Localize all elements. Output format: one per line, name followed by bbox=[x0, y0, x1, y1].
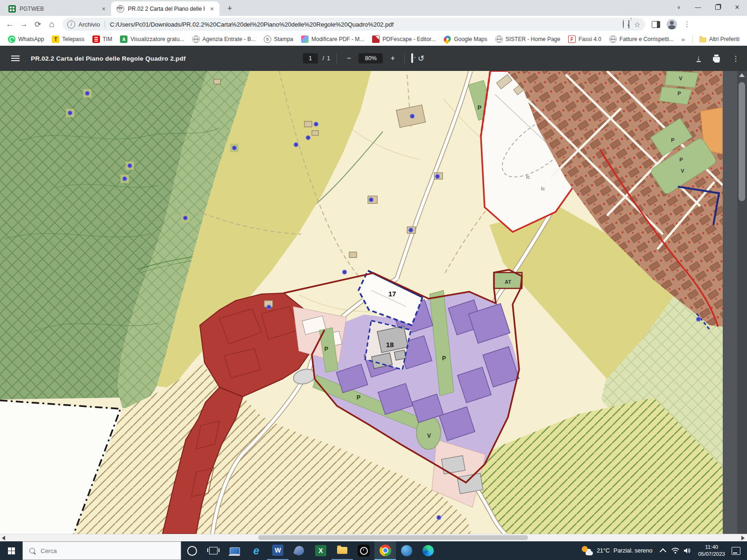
parking-label: P bbox=[679, 157, 683, 162]
globe-favicon-icon bbox=[117, 5, 124, 13]
bookmark-pdfescape[interactable]: PDFescape - Editor... bbox=[372, 35, 436, 43]
close-tab-icon[interactable]: × bbox=[100, 5, 107, 13]
cortana-button[interactable] bbox=[181, 541, 203, 560]
zoom-level-input[interactable]: 80% bbox=[359, 53, 383, 63]
excel-button[interactable]: X bbox=[310, 541, 331, 560]
bookmark-telepass[interactable]: TTelepass bbox=[52, 35, 84, 43]
pdf-map-page[interactable]: 17 18 AT P Ic Ic P P P V V P P P V bbox=[0, 71, 723, 534]
reload-button[interactable]: ⟳ bbox=[31, 20, 45, 29]
blue-app-button[interactable] bbox=[396, 541, 417, 560]
excel-icon: X bbox=[315, 545, 326, 556]
new-tab-button[interactable]: + bbox=[223, 2, 236, 15]
zone-label-ic: Ic bbox=[526, 174, 530, 180]
dark-app-button[interactable] bbox=[353, 541, 374, 560]
globe-icon bbox=[192, 35, 200, 43]
bookmark-sister[interactable]: SISTER - Home Page bbox=[495, 35, 560, 43]
zoom-in-button[interactable]: + bbox=[388, 54, 398, 63]
bookmarks-overflow-chevron[interactable]: » bbox=[681, 36, 684, 43]
taskbar-clock[interactable]: 11:40 05/07/2023 bbox=[693, 544, 730, 558]
bookmark-visualizzatore[interactable]: AVisualizzatore gratu... bbox=[120, 35, 184, 43]
start-button[interactable] bbox=[0, 541, 22, 560]
wifi-button[interactable] bbox=[669, 547, 681, 554]
tab-search-chevron-icon[interactable]: ∨ bbox=[669, 5, 688, 10]
task-view-icon bbox=[209, 547, 218, 554]
browser-menu-icon[interactable]: ⋮ bbox=[684, 20, 691, 28]
restore-button[interactable] bbox=[708, 5, 727, 10]
tab-pgtweb[interactable]: PGTWEB × bbox=[3, 1, 111, 16]
bookmark-fatture[interactable]: Fatture e Corrispetti... bbox=[609, 35, 674, 43]
page-number-input[interactable]: 1 bbox=[303, 53, 318, 63]
weather-widget[interactable]: 21°C Parzial. sereno bbox=[576, 546, 657, 556]
edge-button[interactable] bbox=[417, 541, 439, 560]
pdf-page-controls: 1 /1 − 80% + ↻ bbox=[303, 46, 425, 71]
zoning-map-canvas[interactable]: 17 18 AT P Ic Ic P P P V V P P P V bbox=[0, 71, 723, 534]
bookmark-stampa[interactable]: SStampa bbox=[264, 35, 293, 43]
bookmark-google-maps[interactable]: Google Maps bbox=[444, 36, 487, 42]
word-button[interactable]: W bbox=[267, 541, 289, 560]
share-icon[interactable] bbox=[628, 20, 629, 28]
print-icon[interactable] bbox=[713, 57, 720, 61]
vertical-scrollbar-thumb[interactable] bbox=[739, 82, 745, 201]
blue-app-icon bbox=[401, 545, 412, 556]
bookmark-label: TIM bbox=[103, 36, 113, 42]
url-text[interactable]: C:/Users/Pc01/Downloads/PR.02.2%20Carta%… bbox=[110, 21, 618, 28]
download-icon[interactable]: ↓ bbox=[697, 55, 701, 62]
side-panel-icon[interactable] bbox=[652, 21, 660, 28]
tray-expand-button[interactable] bbox=[657, 547, 669, 554]
chrome-button[interactable] bbox=[374, 541, 396, 560]
parking-label: P bbox=[677, 91, 681, 96]
internet-explorer-button[interactable]: e bbox=[246, 541, 267, 560]
zoom-indicator-icon[interactable] bbox=[623, 20, 624, 28]
globe-icon bbox=[609, 35, 617, 43]
scroll-right-arrow-icon[interactable] bbox=[741, 536, 745, 540]
tab-pdf-active[interactable]: PR.02 2 Carta del Piano delle Re × bbox=[111, 1, 219, 16]
bookmarks-right: » Altri Preferiti bbox=[674, 35, 740, 43]
bookmarks-bar: WhatsApp TTelepass TIM AVisualizzatore g… bbox=[0, 33, 747, 46]
zone-label-ic: Ic bbox=[541, 186, 545, 191]
internet-explorer-icon: e bbox=[254, 546, 260, 555]
close-window-button[interactable]: ✕ bbox=[727, 4, 747, 11]
bookmark-star-icon[interactable]: ☆ bbox=[634, 20, 641, 29]
fit-page-button[interactable] bbox=[411, 54, 413, 63]
weather-icon bbox=[581, 546, 593, 556]
close-tab-icon[interactable]: × bbox=[208, 5, 216, 13]
scroll-up-arrow-icon[interactable] bbox=[739, 73, 745, 77]
forward-button[interactable]: → bbox=[17, 20, 31, 29]
speaker-icon bbox=[684, 547, 691, 554]
address-bar[interactable]: i Archivio C:/Users/Pc01/Downloads/PR.02… bbox=[63, 18, 645, 31]
pdf-editor-icon bbox=[301, 35, 309, 43]
pdf-menu-icon[interactable] bbox=[11, 56, 20, 57]
rotate-button[interactable]: ↻ bbox=[418, 54, 424, 63]
tab-title: PR.02 2 Carta del Piano delle Re bbox=[128, 6, 204, 12]
bookmark-fassi[interactable]: FFassi 4.0 bbox=[568, 35, 601, 43]
bookmark-whatsapp[interactable]: WhatsApp bbox=[8, 35, 44, 43]
other-bookmarks-folder[interactable]: Altri Preferiti bbox=[699, 36, 740, 42]
bookmark-tim[interactable]: TIM bbox=[92, 35, 113, 43]
taskbar-search[interactable] bbox=[22, 541, 181, 560]
page-info-icon[interactable]: i bbox=[67, 21, 75, 28]
volume-button[interactable] bbox=[681, 547, 693, 554]
horizontal-scrollbar-thumb[interactable] bbox=[258, 535, 528, 540]
task-view-button[interactable] bbox=[203, 541, 224, 560]
scroll-left-arrow-icon[interactable] bbox=[2, 536, 5, 540]
action-center-icon[interactable] bbox=[732, 547, 740, 555]
tim-icon bbox=[92, 35, 100, 43]
bookmark-label: Google Maps bbox=[454, 36, 487, 42]
profile-avatar[interactable] bbox=[667, 19, 677, 29]
this-pc-button[interactable] bbox=[224, 541, 246, 560]
minimize-button[interactable]: — bbox=[688, 4, 708, 11]
bookmark-label: Altri Preferiti bbox=[709, 36, 740, 42]
zone-label-at: AT bbox=[505, 279, 511, 285]
zoom-out-button[interactable]: − bbox=[344, 54, 354, 63]
viewer-icon: A bbox=[120, 35, 127, 43]
search-input[interactable] bbox=[40, 547, 154, 555]
file-explorer-button[interactable] bbox=[331, 541, 353, 560]
bookmark-agenzia-entrate[interactable]: Agenzia Entrate - B... bbox=[192, 35, 256, 43]
pdf-more-icon[interactable]: ⋮ bbox=[732, 54, 740, 63]
page-count: /1 bbox=[323, 55, 330, 62]
pdf-toolbar: PR.02.2 Carta del Piano delle Regole Qua… bbox=[0, 46, 747, 71]
bookmark-modificare-pdf[interactable]: Modificare PDF - M... bbox=[301, 35, 364, 43]
back-button[interactable]: ← bbox=[3, 20, 17, 29]
app-button[interactable] bbox=[289, 541, 310, 560]
home-button[interactable]: ⌂ bbox=[45, 19, 59, 29]
